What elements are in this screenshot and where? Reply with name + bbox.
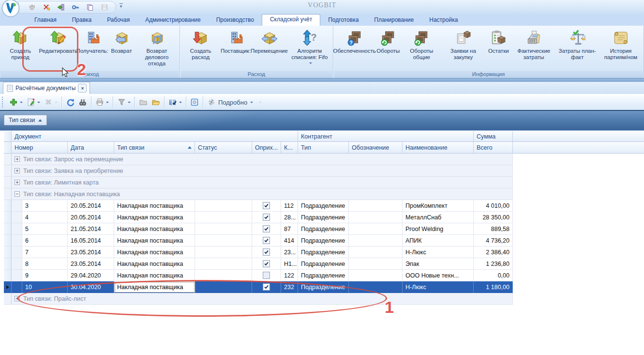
cell-designation[interactable] <box>349 200 403 212</box>
cell-designation[interactable] <box>349 223 403 235</box>
ribbon-tab-8[interactable]: Настройка <box>421 15 465 26</box>
cell-date[interactable]: 29.04.2020 <box>68 270 114 281</box>
cell-total[interactable]: 4 736,20 <box>474 235 513 247</box>
column-header-0[interactable]: Номер <box>12 142 68 154</box>
group-row-label[interactable]: Тип связи: Заявка на приобретение <box>12 165 513 177</box>
cell-name[interactable]: ООО Новые техн... <box>403 270 474 281</box>
cell-posted[interactable] <box>252 281 281 293</box>
table-row[interactable]: 521.05.2014Накладная поставщика87Подразд… <box>4 223 644 235</box>
cell-name[interactable]: МеталлСнаб <box>403 212 474 223</box>
cell-designation[interactable] <box>349 281 403 293</box>
column-header-6[interactable]: Тип <box>298 142 349 154</box>
ribbon-button-0-2[interactable]: Получатель: <box>76 27 108 54</box>
cell-total[interactable]: 0,00 <box>474 270 513 281</box>
posted-checkbox[interactable] <box>263 272 270 279</box>
cell-code[interactable]: 414 <box>281 235 298 247</box>
ribbon-button-2-1[interactable]: Обороты <box>374 27 402 54</box>
ribbon-button-2-6[interactable]: Затраты план-факт <box>555 27 599 61</box>
group-row-label[interactable]: Тип связи: Прайс-лист <box>12 293 513 305</box>
delete-button[interactable] <box>43 97 59 108</box>
cell-total[interactable]: 28 350,00 <box>474 212 513 223</box>
posted-checkbox[interactable] <box>263 283 270 291</box>
ribbon-tab-6[interactable]: Подготовка <box>320 15 366 26</box>
ribbon-tab-2[interactable]: Рабочая <box>99 15 137 26</box>
cell-link-type[interactable]: Накладная поставщика <box>114 212 195 223</box>
cell-link-type[interactable]: Накладная поставщика <box>114 247 195 258</box>
folder-closed-button[interactable] <box>137 97 149 108</box>
cell-total[interactable]: 889,58 <box>474 223 513 235</box>
cell-link-type[interactable]: Накладная поставщика <box>114 200 195 212</box>
cell-agent-type[interactable]: Подразделение <box>298 258 349 270</box>
column-header-7[interactable]: Обозначение <box>349 142 403 154</box>
column-header-4[interactable]: Оприх... <box>252 142 281 154</box>
table-row[interactable]: 320.05.2014Накладная поставщика112Подраз… <box>4 200 644 212</box>
posted-checkbox[interactable] <box>263 260 270 267</box>
add-button[interactable] <box>8 97 24 108</box>
expand-group-icon[interactable] <box>15 156 20 162</box>
band-1[interactable]: Контрагент <box>298 131 474 142</box>
cell-agent-type[interactable]: Подразделение <box>298 223 349 235</box>
cell-status[interactable] <box>195 212 252 223</box>
cell-link-type[interactable]: Накладная поставщика <box>114 235 195 247</box>
cell-posted[interactable] <box>252 200 281 212</box>
cell-name[interactable]: Эпак <box>403 258 474 270</box>
column-header-9[interactable]: Всего <box>474 142 513 154</box>
cell-name[interactable]: Н-Люкс <box>403 281 474 293</box>
cell-agent-type[interactable]: Подразделение <box>298 281 349 293</box>
band-0[interactable]: Документ <box>12 131 298 142</box>
filter-button[interactable] <box>116 97 132 108</box>
cell-number[interactable]: 9 <box>22 270 68 281</box>
refresh-button[interactable] <box>64 97 76 108</box>
cell-designation[interactable] <box>349 270 403 281</box>
ribbon-button-2-3[interactable]: Заявки на закупку <box>441 27 485 61</box>
cell-number[interactable]: 4 <box>22 212 68 223</box>
cell-posted[interactable] <box>252 212 281 223</box>
cell-status[interactable] <box>195 247 252 258</box>
cell-posted[interactable] <box>252 258 281 270</box>
cell-link-type[interactable]: Накладная поставщика <box>114 223 195 235</box>
ribbon-button-0-3[interactable]: Возврат <box>108 27 135 54</box>
group-row[interactable]: Тип связи: Запрос на перемещение <box>4 154 644 165</box>
ribbon-button-2-5[interactable]: Фактические затраты <box>512 27 555 61</box>
cell-agent-type[interactable]: Подразделение <box>298 212 349 223</box>
document-tab-active[interactable]: Расчётные документы × <box>3 82 90 94</box>
cell-code[interactable]: 87 <box>281 223 298 235</box>
group-row-label[interactable]: Тип связи: Лимитная карта <box>12 177 513 188</box>
ribbon-button-1-2[interactable]: Перемещение <box>251 27 287 54</box>
cell-total[interactable]: 1 180,00 <box>474 281 513 293</box>
ribbon-button-0-0[interactable]: Создать приход <box>1 27 40 61</box>
column-header-2[interactable]: Тип связи <box>114 142 195 154</box>
posted-checkbox[interactable] <box>263 237 270 244</box>
ribbon-tab-4[interactable]: Производство <box>209 15 262 26</box>
posted-checkbox[interactable] <box>263 202 270 209</box>
cell-status[interactable] <box>195 223 252 235</box>
expand-group-icon[interactable] <box>15 168 20 173</box>
ribbon-button-1-1[interactable]: Поставщик: <box>220 27 251 54</box>
cell-name[interactable]: Proof Welding <box>403 223 474 235</box>
toolbar-grip[interactable] <box>2 97 5 108</box>
cell-name[interactable]: Н-Люкс <box>403 247 474 258</box>
cell-date[interactable]: 20.05.2014 <box>68 200 114 212</box>
ribbon-tab-1[interactable]: Правка <box>64 15 100 26</box>
cell-status[interactable] <box>195 235 252 247</box>
ribbon-button-2-7[interactable]: История партиям/ном <box>599 27 643 61</box>
column-header-8[interactable]: Наименование <box>403 142 474 154</box>
cell-date[interactable]: 23.05.2014 <box>68 258 114 270</box>
cell-posted[interactable] <box>252 247 281 258</box>
close-tab-button[interactable]: × <box>78 84 87 93</box>
cell-code[interactable]: 112 <box>281 200 298 212</box>
group-row[interactable]: Тип связи: Заявка на приобретение <box>4 165 644 177</box>
cell-number[interactable]: 5 <box>22 223 68 235</box>
cell-designation[interactable] <box>349 212 403 223</box>
cell-agent-type[interactable]: Подразделение <box>298 200 349 212</box>
cell-designation[interactable] <box>349 258 403 270</box>
collapse-group-icon[interactable] <box>15 191 20 197</box>
expand-group-icon[interactable] <box>15 296 20 301</box>
edit-button[interactable] <box>25 97 42 108</box>
cell-code[interactable]: 122 <box>281 270 298 281</box>
ribbon-button-1-3[interactable]: ?Алгоритм списания: Fifo <box>287 27 332 67</box>
ribbon-tab-3[interactable]: Администрирование <box>137 15 208 26</box>
cell-agent-type[interactable]: Подразделение <box>298 247 349 258</box>
cell-posted[interactable] <box>252 235 281 247</box>
cell-date[interactable]: 20.05.2014 <box>68 212 114 223</box>
